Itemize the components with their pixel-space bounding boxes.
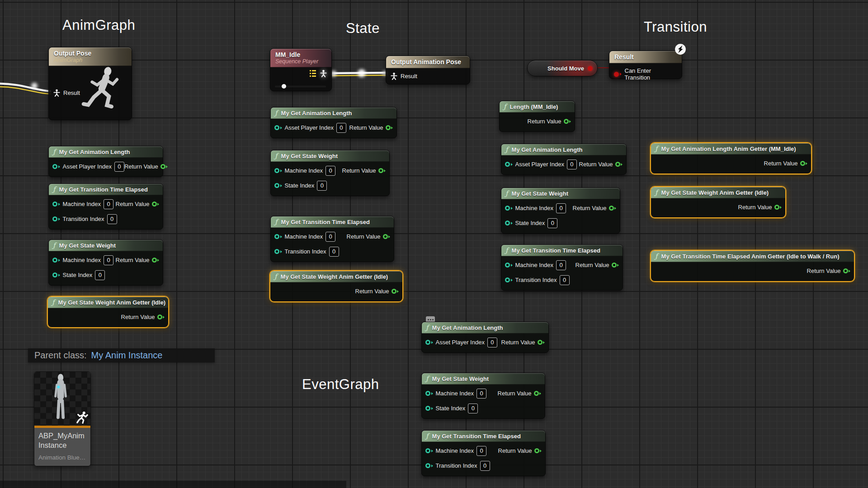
- output-animation-pose-node[interactable]: Output Animation Pose Result: [386, 56, 470, 84]
- transition-result-node[interactable]: Result Can Enter Transition: [609, 51, 682, 79]
- input-value-box[interactable]: 0: [556, 203, 566, 213]
- input-pin-machine-index[interactable]: [274, 234, 282, 239]
- input-value-box[interactable]: 0: [487, 338, 497, 347]
- input-pin-asset-player-index[interactable]: [425, 340, 433, 345]
- function-node-my-get-animation-length-anim-getter-mm-idle[interactable]: ƒMy Get Animation Length Anim Getter (MM…: [650, 142, 812, 174]
- input-pin-state-index[interactable]: [425, 406, 433, 411]
- return-value-pin[interactable]: [392, 289, 399, 294]
- input-pin-machine-index[interactable]: [425, 391, 433, 396]
- input-pin-machine-index[interactable]: [52, 258, 60, 263]
- return-value-pin[interactable]: [843, 268, 851, 273]
- function-node-my-get-state-weight[interactable]: ƒMy Get State WeightMachine Index0Return…: [421, 373, 545, 419]
- input-pin-label: Machine Index: [436, 390, 474, 397]
- input-pin-state-index[interactable]: [52, 272, 60, 277]
- input-pin-asset-player-index[interactable]: [274, 125, 282, 130]
- input-value-box[interactable]: 0: [468, 404, 478, 413]
- output-animation-pose-title: Output Animation Pose: [391, 58, 465, 66]
- return-value-label: Return Value: [764, 160, 798, 167]
- function-node-my-get-state-weight-anim-getter-idle[interactable]: ƒMy Get State Weight Anim Getter (Idle)R…: [269, 270, 403, 302]
- abp-myanim-asset-tile[interactable]: ABP_MyAnim Instance Animation Blue…: [34, 371, 91, 466]
- return-value-pin[interactable]: [152, 202, 160, 206]
- return-value-pin[interactable]: [800, 161, 808, 166]
- output-pose-node[interactable]: Output Pose AnimGraph Result: [48, 47, 132, 120]
- input-value-box[interactable]: 0: [114, 162, 124, 172]
- mm-idle-subtitle: Sequence Player: [275, 58, 326, 65]
- return-value-pin[interactable]: [157, 314, 165, 319]
- return-value-pin[interactable]: [538, 340, 545, 345]
- function-node-my-get-transition-time-elapsed-anim-getter-idle-to-walk-run[interactable]: ƒMy Get Transition Time Elapsed Anim Get…: [650, 250, 855, 282]
- input-pin-machine-index[interactable]: [274, 168, 282, 173]
- input-value-box[interactable]: 0: [336, 123, 346, 133]
- mm-idle-sequence-player-node[interactable]: MM_Idle Sequence Player: [270, 48, 332, 91]
- input-value-box[interactable]: 0: [476, 446, 486, 456]
- input-pin-machine-index[interactable]: [425, 448, 433, 453]
- function-node-my-get-transition-time-elapsed[interactable]: ƒMy Get Transition Time ElapsedMachine I…: [501, 244, 623, 291]
- input-value-box[interactable]: 0: [567, 160, 577, 169]
- sequence-scrub-slider[interactable]: [275, 85, 326, 87]
- person-pose-icon: [391, 72, 397, 80]
- input-pin-state-index[interactable]: [505, 221, 513, 225]
- asset-thumbnail: [34, 372, 90, 426]
- input-pin-state-index[interactable]: [274, 183, 282, 188]
- pose-output-pin[interactable]: [320, 70, 327, 77]
- blueprint-graph-canvas[interactable]: AnimGraph State Transition EventGraph Ou…: [0, 0, 868, 488]
- function-node-my-get-state-weight-anim-getter-idle[interactable]: ƒMy Get State Weight Anim Getter (Idle)R…: [47, 296, 169, 328]
- input-value-box[interactable]: 0: [326, 166, 335, 176]
- return-value-pin[interactable]: [615, 162, 623, 167]
- return-value-pin[interactable]: [612, 263, 619, 267]
- input-value-box[interactable]: 0: [107, 214, 117, 224]
- input-value-box[interactable]: 0: [560, 275, 570, 285]
- function-node-my-get-animation-length[interactable]: ƒMy Get Animation LengthAsset Player Ind…: [270, 107, 397, 138]
- input-value-box[interactable]: 0: [480, 461, 490, 471]
- input-value-box[interactable]: 0: [104, 199, 113, 209]
- input-value-box[interactable]: 0: [104, 255, 113, 265]
- input-value-box[interactable]: 0: [95, 270, 105, 280]
- can-enter-transition-pin[interactable]: Can Enter Transition: [609, 67, 682, 81]
- return-value-pin[interactable]: [609, 206, 617, 211]
- return-value-pin[interactable]: [386, 125, 393, 130]
- return-value-pin[interactable]: [378, 168, 386, 173]
- should-move-variable-node[interactable]: Should Move: [527, 60, 598, 76]
- input-pin-transition-index[interactable]: [274, 249, 282, 254]
- return-value-pin[interactable]: [564, 119, 571, 124]
- input-pin-transition-index[interactable]: [425, 463, 433, 468]
- function-node-header: ƒMy Get Animation Length: [49, 146, 163, 158]
- input-value-box[interactable]: 0: [317, 181, 327, 191]
- function-node-my-get-animation-length[interactable]: ƒMy Get Animation LengthAsset Player Ind…: [421, 322, 549, 353]
- input-value-box[interactable]: 0: [326, 232, 335, 242]
- function-node-my-get-animation-length[interactable]: ƒMy Get Animation LengthAsset Player Ind…: [501, 144, 627, 175]
- return-value-pin[interactable]: [152, 258, 160, 263]
- input-pin-machine-index[interactable]: [505, 206, 513, 211]
- return-value-pin[interactable]: [534, 448, 542, 453]
- input-pin-asset-player-index[interactable]: [52, 164, 60, 169]
- return-value-pin[interactable]: [383, 234, 391, 239]
- function-node-my-get-transition-time-elapsed[interactable]: ƒMy Get Transition Time ElapsedMachine I…: [270, 216, 394, 262]
- input-value-box[interactable]: 0: [476, 389, 486, 399]
- input-pin-machine-index[interactable]: [505, 263, 513, 267]
- return-value-pin[interactable]: [774, 205, 782, 210]
- input-pin-machine-index[interactable]: [52, 202, 60, 206]
- function-f-icon: ƒ: [275, 153, 278, 160]
- parent-class-link[interactable]: My Anim Instance: [91, 350, 163, 361]
- input-pin-transition-index[interactable]: [505, 277, 513, 282]
- input-pin-transition-index[interactable]: [52, 216, 60, 221]
- function-node-my-get-animation-length[interactable]: ƒMy Get Animation LengthAsset Player Ind…: [48, 146, 163, 177]
- function-node-my-get-state-weight[interactable]: ƒMy Get State WeightMachine Index0Return…: [270, 150, 390, 196]
- input-value-box[interactable]: 0: [547, 218, 557, 228]
- return-value-pin[interactable]: [534, 391, 542, 396]
- input-value-box[interactable]: 0: [556, 260, 566, 270]
- function-node-my-get-transition-time-elapsed[interactable]: ƒMy Get Transition Time ElapsedMachine I…: [48, 183, 163, 230]
- result-input-pin[interactable]: Result: [386, 72, 422, 80]
- input-value-box[interactable]: 0: [329, 247, 339, 257]
- return-value-pin[interactable]: [160, 164, 168, 169]
- slider-handle[interactable]: [282, 84, 286, 89]
- return-value-label: Return Value: [573, 205, 607, 211]
- input-pin-label: Machine Index: [436, 447, 474, 454]
- function-node-my-get-state-weight[interactable]: ƒMy Get State WeightMachine Index0Return…: [48, 239, 163, 286]
- function-node-my-get-state-weight[interactable]: ƒMy Get State WeightMachine Index0Return…: [501, 188, 620, 234]
- function-node-length-mm-idle[interactable]: ƒLength (MM_Idle)Return Value: [499, 101, 575, 132]
- function-node-my-get-state-weight-anim-getter-idle[interactable]: ƒMy Get State Weight Anim Getter (Idle)R…: [650, 186, 786, 218]
- function-node-my-get-transition-time-elapsed[interactable]: ƒMy Get Transition Time ElapsedMachine I…: [421, 430, 546, 476]
- bool-output-pin[interactable]: [588, 66, 593, 71]
- input-pin-asset-player-index[interactable]: [505, 162, 513, 167]
